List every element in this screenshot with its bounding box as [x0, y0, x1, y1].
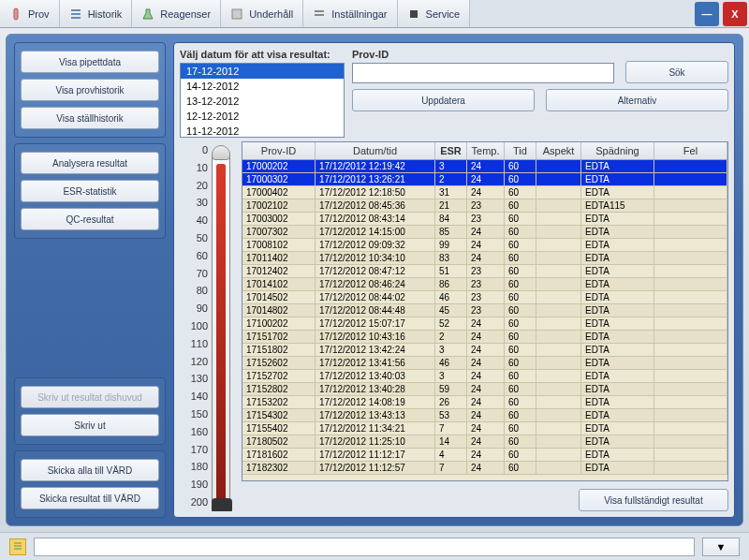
table-row[interactable]: 1715430217/12/2012 13:43:13532460EDTA: [242, 409, 727, 422]
status-dropdown[interactable]: ▼: [702, 538, 740, 556]
app-window: Prov Historik Reagenser Underhåll Instäl…: [0, 0, 749, 560]
skriv-ut-dishuvud-button: Skriv ut resultat dishuvud: [21, 386, 159, 408]
thermometer-tube: [212, 145, 230, 508]
table-row[interactable]: 1715540217/12/2012 11:34:2172460EDTA: [242, 422, 727, 435]
table-row[interactable]: 1718160217/12/2012 11:12:1742460EDTA: [242, 449, 727, 462]
date-option[interactable]: 12-12-2012: [181, 109, 344, 124]
table-row[interactable]: 1715170217/12/2012 10:43:1622460EDTA: [242, 331, 727, 344]
settings-icon: [313, 7, 326, 21]
col-aspekt[interactable]: Aspekt: [536, 142, 581, 159]
provid-input[interactable]: [352, 63, 614, 83]
table-row[interactable]: 1701450217/12/2012 08:44:02462360EDTA: [242, 291, 727, 304]
col-spadning[interactable]: Spädning: [581, 142, 654, 159]
visa-stallhistorik-button[interactable]: Visa ställhistorik: [21, 107, 159, 129]
table-row[interactable]: 1701480217/12/2012 08:44:48452360EDTA: [242, 304, 727, 317]
esr-statistik-button[interactable]: ESR-statistik: [21, 180, 159, 202]
sidebar-group-view: Visa pipettdata Visa provhistorik Visa s…: [14, 42, 166, 138]
table-row[interactable]: 1701240217/12/2012 08:47:12512360EDTA: [242, 265, 727, 278]
status-input[interactable]: [34, 538, 695, 556]
table-row[interactable]: 1710020217/12/2012 15:07:17522460EDTA: [242, 317, 727, 331]
table-row[interactable]: 1718050217/12/2012 11:25:10142460EDTA: [242, 435, 727, 449]
maintenance-icon: [230, 7, 243, 21]
col-prov[interactable]: Prov-ID: [242, 142, 316, 159]
table-row[interactable]: 1700210217/12/2012 08:45:36212360EDTA115: [242, 199, 727, 213]
thermometer-bulb: [212, 498, 232, 511]
table-row[interactable]: 1715280217/12/2012 13:40:28592460EDTA: [242, 383, 727, 396]
col-tid[interactable]: Tid: [505, 142, 536, 159]
table-row[interactable]: 1701140217/12/2012 10:34:10832460EDTA: [242, 252, 727, 265]
svg-rect-2: [315, 10, 324, 12]
sidebar-group-print: Skriv ut resultat dishuvud Skriv ut: [14, 377, 166, 445]
date-option[interactable]: 17-12-2012: [181, 64, 344, 79]
table-row[interactable]: 1715180217/12/2012 13:42:2432460EDTA: [242, 344, 727, 357]
status-icon: [9, 538, 26, 555]
provid-label: Prov-ID: [352, 49, 614, 60]
table-row[interactable]: 1700040217/12/2012 12:18:50312460EDTA: [242, 186, 727, 199]
date-option[interactable]: 14-12-2012: [181, 79, 344, 94]
flask-icon: [141, 7, 154, 21]
table-header: Prov-ID Datum/tid ESR Temp. Tid Aspekt S…: [242, 142, 727, 160]
sidebar: Visa pipettdata Visa provhistorik Visa s…: [14, 42, 166, 518]
sidebar-group-send: Skicka alla till VÄRD Skicka resultat ti…: [14, 450, 166, 518]
tab-reagenser-label: Reagenser: [160, 8, 211, 20]
svg-rect-0: [14, 8, 18, 20]
uppdatera-button[interactable]: Uppdatera: [352, 89, 535, 111]
col-datum[interactable]: Datum/tid: [316, 142, 435, 159]
thermometer-cap: [212, 145, 230, 160]
visa-provhistorik-button[interactable]: Visa provhistorik: [21, 79, 159, 101]
skicka-resultat-button[interactable]: Skicka resultat till VÄRD: [21, 487, 159, 509]
skicka-alla-button[interactable]: Skicka alla till VÄRD: [21, 459, 159, 481]
table-row[interactable]: 1701410217/12/2012 08:46:24862360EDTA: [242, 278, 727, 291]
analysera-resultat-button[interactable]: Analysera resultat: [21, 152, 159, 174]
tab-service[interactable]: Service: [398, 0, 471, 27]
visa-fullstandigt-button[interactable]: Visa fullständigt resultat: [579, 489, 728, 511]
table-body[interactable]: 1700020217/12/2012 12:19:4232460EDTA1700…: [242, 160, 727, 480]
tab-reagenser[interactable]: Reagenser: [132, 0, 221, 27]
col-fel[interactable]: Fel: [654, 142, 727, 159]
status-bar: ▼: [0, 532, 749, 560]
tube-icon: [9, 7, 22, 21]
tab-installningar[interactable]: Inställningar: [303, 0, 397, 27]
tab-underhall[interactable]: Underhåll: [221, 0, 303, 27]
tab-underhall-label: Underhåll: [249, 8, 293, 20]
tab-prov[interactable]: Prov: [0, 0, 60, 27]
sidebar-group-analyze: Analysera resultat ESR-statistik QC-resu…: [14, 143, 166, 239]
body-row: mm 0102030405060708090100110120130140150…: [180, 141, 728, 511]
sok-button[interactable]: Sök: [625, 61, 728, 83]
table-row[interactable]: 1718230217/12/2012 11:12:5772460EDTA: [242, 462, 727, 475]
list-icon: [69, 7, 82, 21]
thermometer: mm 0102030405060708090100110120130140150…: [180, 141, 234, 511]
skriv-ut-button[interactable]: Skriv ut: [21, 414, 159, 436]
table-row[interactable]: 1715270217/12/2012 13:40:0332460EDTA: [242, 370, 727, 383]
tab-historik-label: Historik: [88, 8, 123, 20]
date-option[interactable]: 11-12-2012: [181, 124, 344, 138]
visa-pipettdata-button[interactable]: Visa pipettdata: [21, 51, 159, 73]
qc-resultat-button[interactable]: QC-resultat: [21, 208, 159, 230]
close-button[interactable]: X: [723, 2, 747, 26]
thermometer-mercury: [216, 164, 226, 507]
alternativ-button[interactable]: Alternativ: [546, 89, 728, 111]
tab-installningar-label: Inställningar: [331, 8, 387, 20]
svg-rect-4: [410, 10, 418, 18]
date-option[interactable]: 13-12-2012: [181, 94, 344, 109]
table-row[interactable]: 1700810217/12/2012 09:09:32992460EDTA: [242, 239, 727, 252]
table-row[interactable]: 1700020217/12/2012 12:19:4232460EDTA: [242, 160, 727, 173]
table-row[interactable]: 1700300217/12/2012 08:43:14842360EDTA: [242, 213, 727, 226]
date-list-label: Välj datum för att visa resultat:: [180, 49, 345, 60]
date-list[interactable]: 17-12-201214-12-201213-12-201212-12-2012…: [180, 63, 345, 138]
results-table: Prov-ID Datum/tid ESR Temp. Tid Aspekt S…: [242, 141, 728, 481]
col-esr[interactable]: ESR: [435, 142, 467, 159]
service-icon: [407, 7, 420, 21]
main-panel: Visa pipettdata Visa provhistorik Visa s…: [6, 34, 743, 526]
minimize-button[interactable]: —: [695, 2, 719, 26]
table-row[interactable]: 1715320217/12/2012 14:08:19262460EDTA: [242, 396, 727, 409]
svg-rect-1: [232, 9, 242, 19]
content-panel: Välj datum för att visa resultat: 17-12-…: [173, 42, 735, 518]
col-temp[interactable]: Temp.: [467, 142, 505, 159]
filter-row: Välj datum för att visa resultat: 17-12-…: [180, 49, 728, 138]
table-row[interactable]: 1700730217/12/2012 14:15:00852460EDTA: [242, 226, 727, 239]
main-tabs: Prov Historik Reagenser Underhåll Instäl…: [0, 0, 749, 28]
table-row[interactable]: 1700030217/12/2012 13:26:2122460EDTA: [242, 173, 727, 186]
table-row[interactable]: 1715260217/12/2012 13:41:56462460EDTA: [242, 357, 727, 370]
tab-historik[interactable]: Historik: [60, 0, 133, 27]
